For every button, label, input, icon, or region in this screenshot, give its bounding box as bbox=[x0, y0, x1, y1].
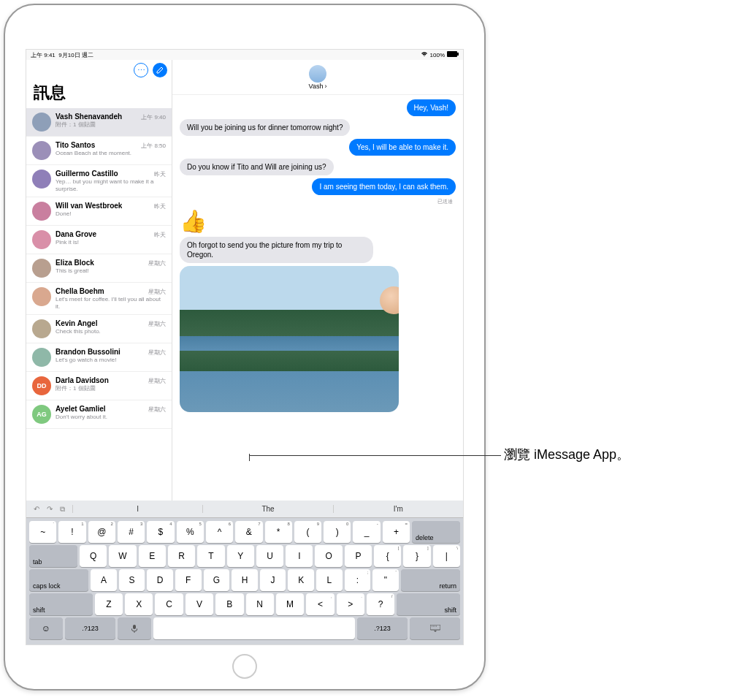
key-V[interactable]: V bbox=[186, 593, 213, 615]
shift-key[interactable]: shift bbox=[397, 593, 460, 615]
key-_[interactable]: -_ bbox=[353, 521, 380, 543]
capslock-key[interactable]: caps lock bbox=[29, 569, 88, 591]
key-@[interactable]: 2@ bbox=[88, 521, 115, 543]
undo-icon[interactable]: ↶ bbox=[34, 505, 39, 514]
more-button[interactable]: ⋯ bbox=[134, 63, 148, 77]
home-button[interactable] bbox=[232, 654, 257, 679]
key-Q[interactable]: Q bbox=[80, 545, 107, 567]
key-*[interactable]: 8* bbox=[265, 521, 292, 543]
svg-rect-1 bbox=[457, 53, 459, 56]
key-S[interactable]: S bbox=[119, 569, 145, 591]
conversation-item[interactable]: Tito Santos上午 8:50 Ocean Beach at the mo… bbox=[26, 137, 172, 165]
key-[interactable]: '" bbox=[372, 569, 399, 591]
key-|[interactable]: \| bbox=[433, 545, 460, 567]
chat-header[interactable]: Vash› bbox=[172, 60, 463, 95]
conversation-item[interactable]: AG Ayelet Gamliel星期六 Don't worry about i… bbox=[26, 400, 172, 429]
suggestion-key[interactable]: I bbox=[72, 505, 202, 513]
key-)[interactable]: 0) bbox=[324, 521, 351, 543]
key-G[interactable]: G bbox=[204, 569, 230, 591]
suggestion-key[interactable]: I'm bbox=[333, 505, 463, 513]
key-~[interactable]: `~ bbox=[29, 521, 56, 543]
key-+[interactable]: =+ bbox=[383, 521, 410, 543]
conversation-item[interactable]: Brandon Bussolini星期六 Let's go watch a mo… bbox=[26, 343, 172, 372]
key-^[interactable]: 6^ bbox=[206, 521, 233, 543]
key-P[interactable]: P bbox=[345, 545, 372, 567]
key-T[interactable]: T bbox=[197, 545, 224, 567]
key-{[interactable]: [{ bbox=[374, 545, 401, 567]
conv-time: 星期六 bbox=[148, 320, 166, 328]
key-Y[interactable]: Y bbox=[227, 545, 254, 567]
conversation-item[interactable]: Will van Westbroek昨天 Done! bbox=[26, 197, 172, 226]
conv-time: 星期六 bbox=[148, 349, 166, 357]
mic-key[interactable] bbox=[118, 617, 151, 639]
numkey[interactable]: .?123 bbox=[65, 617, 115, 639]
key-H[interactable]: H bbox=[232, 569, 258, 591]
key-M[interactable]: M bbox=[276, 593, 304, 615]
key-U[interactable]: U bbox=[256, 545, 283, 567]
conversation-item[interactable]: Guillermo Castillo昨天 Yep… but you might … bbox=[26, 165, 172, 197]
key-X[interactable]: X bbox=[125, 593, 153, 615]
conv-name: Tito Santos bbox=[56, 141, 95, 149]
key-E[interactable]: E bbox=[139, 545, 166, 567]
conversation-item[interactable]: Chella Boehm星期六 Let's meet for coffee. I… bbox=[26, 283, 172, 315]
key-&[interactable]: 7& bbox=[235, 521, 262, 543]
emoji-message[interactable]: 👍 bbox=[180, 208, 207, 234]
message-out[interactable]: Yes, I will be able to make it. bbox=[349, 139, 456, 156]
memoji-sticker[interactable] bbox=[380, 286, 399, 314]
message-in[interactable]: Do you know if Tito and Will are joining… bbox=[180, 159, 334, 175]
numkey[interactable]: .?123 bbox=[357, 617, 408, 639]
key-C[interactable]: C bbox=[155, 593, 183, 615]
key-([interactable]: 9( bbox=[294, 521, 321, 543]
key-W[interactable]: W bbox=[109, 545, 136, 567]
compose-button[interactable] bbox=[153, 63, 167, 77]
key-:[interactable]: ;: bbox=[345, 569, 371, 591]
key-R[interactable]: R bbox=[168, 545, 195, 567]
photo-message[interactable] bbox=[180, 266, 399, 412]
key-![interactable]: 1! bbox=[58, 521, 85, 543]
conversation-item[interactable]: DD Darla Davidson星期六 附件：1 個貼圖 bbox=[26, 372, 172, 400]
key-#[interactable]: 3# bbox=[118, 521, 145, 543]
conversation-item[interactable]: Dana Grove昨天 Pink it is! bbox=[26, 226, 172, 254]
key-B[interactable]: B bbox=[215, 593, 243, 615]
key-$[interactable]: 4$ bbox=[147, 521, 174, 543]
message-in[interactable]: Will you be joining us for dinner tomorr… bbox=[180, 119, 350, 136]
key-K[interactable]: K bbox=[288, 569, 314, 591]
key-%[interactable]: 5% bbox=[177, 521, 204, 543]
return-key[interactable]: return bbox=[401, 569, 460, 591]
key-A[interactable]: A bbox=[91, 569, 117, 591]
emoji-key[interactable]: ☺ bbox=[29, 617, 63, 639]
key-I[interactable]: I bbox=[286, 545, 313, 567]
avatar bbox=[32, 170, 51, 189]
message-out[interactable]: Hey, Vash! bbox=[407, 99, 456, 116]
key-J[interactable]: J bbox=[260, 569, 286, 591]
status-right: 100% bbox=[421, 51, 459, 58]
shift-key[interactable]: shift bbox=[29, 593, 93, 615]
key-?[interactable]: /? bbox=[367, 593, 394, 615]
key-Z[interactable]: Z bbox=[95, 593, 123, 615]
key-O[interactable]: O bbox=[315, 545, 342, 567]
hide-keyboard-key[interactable] bbox=[410, 617, 460, 639]
conversation-item[interactable]: Vash Shenavandeh上午 9:40 附件：1 個貼圖 bbox=[26, 108, 172, 137]
suggestion-key[interactable]: The bbox=[202, 505, 332, 513]
key-L[interactable]: L bbox=[316, 569, 343, 591]
conv-preview: This is great! bbox=[56, 267, 166, 275]
conversation-item[interactable]: Eliza Block星期六 This is great! bbox=[26, 254, 172, 283]
key-}[interactable]: ]} bbox=[403, 545, 430, 567]
conversation-item[interactable]: Kevin Angel星期六 Check this photo. bbox=[26, 315, 172, 343]
key-N[interactable]: N bbox=[246, 593, 274, 615]
tab-key[interactable]: tab bbox=[29, 545, 77, 567]
avatar: DD bbox=[32, 376, 51, 395]
message-in[interactable]: Oh forgot to send you the picture from m… bbox=[180, 237, 373, 263]
ipad-screen: 上午 9:41 9月10日 週二 100% ⋯ 訊息 bbox=[26, 49, 464, 645]
redo-icon[interactable]: ↷ bbox=[47, 505, 53, 514]
key-F[interactable]: F bbox=[175, 569, 202, 591]
key-D[interactable]: D bbox=[147, 569, 173, 591]
space-key[interactable] bbox=[153, 617, 355, 639]
message-out[interactable]: I am seeing them today, I can ask them. bbox=[312, 178, 456, 195]
key->[interactable]: .> bbox=[337, 593, 364, 615]
key-<[interactable]: ,< bbox=[306, 593, 334, 615]
keyboard: ↶ ↷ ⧉ ITheI'm`~1!2@3#4$5%6^7&8*9(0)-_=+d… bbox=[26, 501, 463, 644]
delete-key[interactable]: delete bbox=[412, 521, 460, 543]
clipboard-icon[interactable]: ⧉ bbox=[60, 505, 65, 514]
chat-header-avatar bbox=[309, 65, 326, 83]
